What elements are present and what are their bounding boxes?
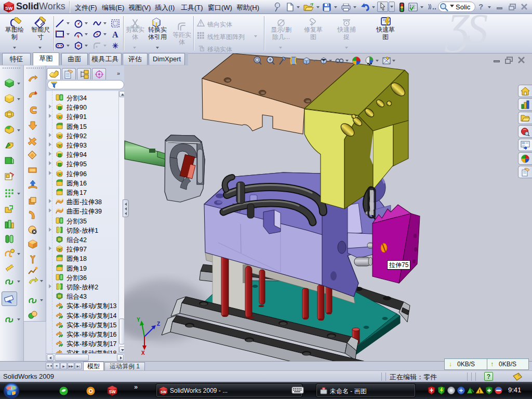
svg-text:!: ! — [479, 389, 481, 394]
svg-text:A: A — [112, 30, 118, 39]
svg-text:Y: Y — [137, 317, 140, 323]
svg-text:X: X — [141, 350, 145, 356]
svg-text:SW: SW — [161, 390, 167, 394]
svg-text:SW: SW — [5, 6, 13, 11]
svg-text:SW: SW — [109, 390, 116, 394]
svg-text:Z: Z — [157, 321, 160, 327]
